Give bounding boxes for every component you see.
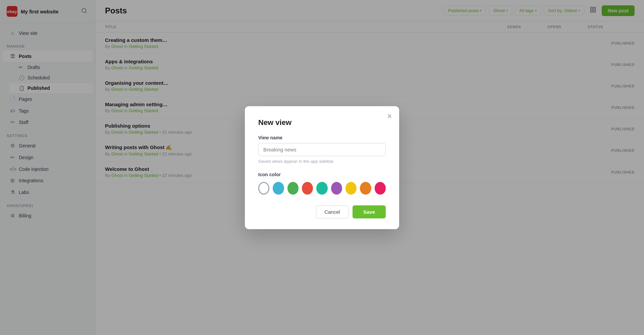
color-swatch-red[interactable] <box>302 182 313 195</box>
icon-color-label: Icon color <box>258 172 386 177</box>
color-swatch-green[interactable] <box>287 182 299 195</box>
color-swatch-teal[interactable] <box>316 182 327 195</box>
color-swatch-white[interactable] <box>258 182 269 195</box>
color-swatch-blue[interactable] <box>273 182 284 195</box>
modal-overlay[interactable]: ✕ New view View name Saved views appear … <box>0 0 644 335</box>
color-swatches <box>258 182 386 195</box>
new-view-modal: ✕ New view View name Saved views appear … <box>245 106 399 229</box>
modal-close-button[interactable]: ✕ <box>385 112 394 121</box>
modal-actions: Cancel Save <box>258 205 386 218</box>
hint-text: Saved views appear in the app sidebar. <box>258 159 386 164</box>
cancel-button[interactable]: Cancel <box>316 205 348 218</box>
save-button[interactable]: Save <box>353 205 386 218</box>
view-name-input[interactable] <box>258 143 386 156</box>
color-swatch-crimson[interactable] <box>375 182 386 195</box>
color-swatch-purple[interactable] <box>331 182 342 195</box>
view-name-label: View name <box>258 135 386 140</box>
color-swatch-yellow[interactable] <box>345 182 357 195</box>
modal-title: New view <box>258 118 386 127</box>
color-swatch-orange[interactable] <box>360 182 371 195</box>
